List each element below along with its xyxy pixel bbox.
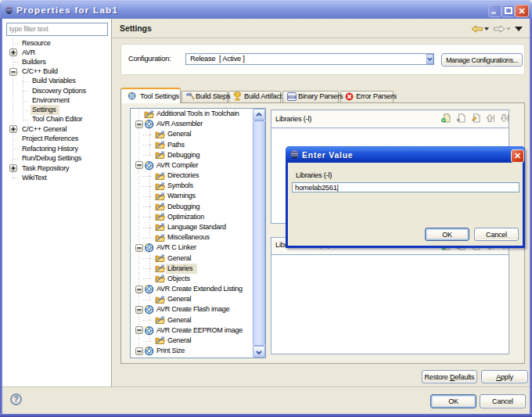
svg-text:010: 010 [288, 95, 297, 99]
